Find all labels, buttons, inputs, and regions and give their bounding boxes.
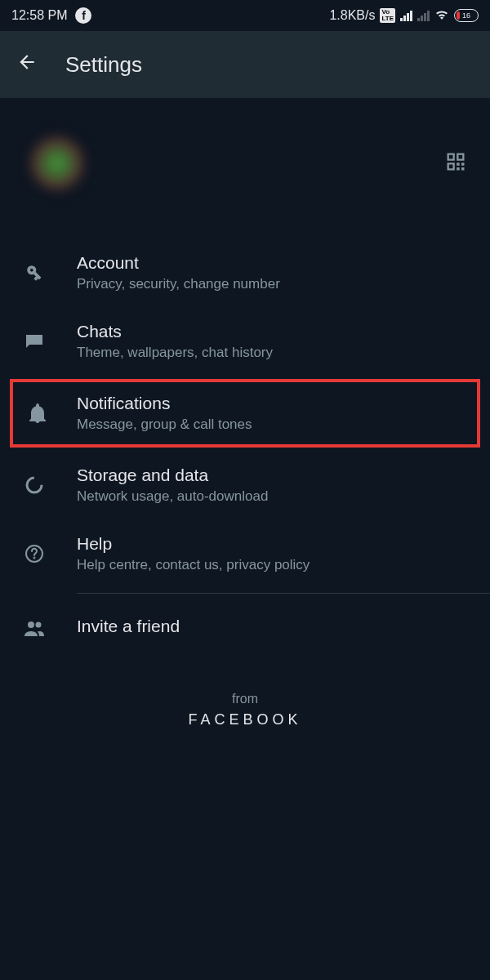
avatar (33, 139, 82, 188)
menu-item-label: Invite a friend (77, 617, 467, 636)
menu-item-notifications[interactable]: Notifications Message, group & call tone… (10, 379, 480, 448)
wifi-icon (434, 8, 449, 23)
svg-point-2 (34, 558, 35, 559)
menu-item-account[interactable]: Account Privacy, security, change number (0, 238, 490, 307)
menu-item-subtitle: Privacy, security, change number (77, 276, 467, 292)
settings-menu: Account Privacy, security, change number… (0, 229, 490, 667)
profile-section[interactable] (0, 98, 490, 229)
people-icon (23, 620, 46, 636)
menu-item-storage[interactable]: Storage and data Network usage, auto-dow… (0, 451, 490, 519)
data-rate: 1.8KB/s (329, 8, 375, 23)
page-title: Settings (65, 52, 142, 78)
back-arrow-icon[interactable] (16, 51, 38, 78)
status-bar: 12:58 PM f 1.8KB/s VoLTE 16 (0, 0, 490, 31)
menu-item-invite[interactable]: Invite a friend (0, 599, 490, 657)
data-usage-icon (23, 475, 46, 495)
signal-icon-2 (417, 10, 430, 21)
menu-item-label: Account (77, 253, 467, 273)
battery-icon: 16 (454, 9, 479, 22)
menu-item-subtitle: Message, group & call tones (77, 416, 464, 433)
menu-item-label: Notifications (77, 394, 464, 413)
qr-code-icon[interactable] (444, 150, 467, 176)
status-time: 12:58 PM (11, 8, 67, 23)
bell-icon (26, 403, 49, 423)
menu-item-subtitle: Help centre, contact us, privacy policy (77, 557, 467, 573)
footer-from-label: from (0, 692, 490, 706)
footer: from FACEBOOK (0, 667, 490, 753)
svg-point-0 (27, 478, 42, 492)
svg-point-4 (36, 622, 42, 628)
chat-icon (23, 333, 46, 350)
app-header: Settings (0, 31, 490, 98)
menu-item-subtitle: Network usage, auto-download (77, 488, 467, 505)
help-icon (23, 544, 46, 564)
facebook-icon: f (75, 7, 91, 24)
menu-item-label: Chats (77, 322, 467, 341)
divider (77, 593, 490, 594)
svg-point-3 (28, 621, 34, 628)
footer-brand: FACEBOOK (0, 711, 490, 728)
volte-badge: VoLTE (380, 8, 395, 23)
key-icon (23, 264, 46, 282)
menu-item-help[interactable]: Help Help centre, contact us, privacy po… (0, 519, 490, 588)
menu-item-label: Storage and data (77, 466, 467, 485)
signal-icon (400, 10, 412, 21)
menu-item-label: Help (77, 534, 467, 554)
menu-item-subtitle: Theme, wallpapers, chat history (77, 345, 467, 361)
menu-item-chats[interactable]: Chats Theme, wallpapers, chat history (0, 307, 490, 376)
